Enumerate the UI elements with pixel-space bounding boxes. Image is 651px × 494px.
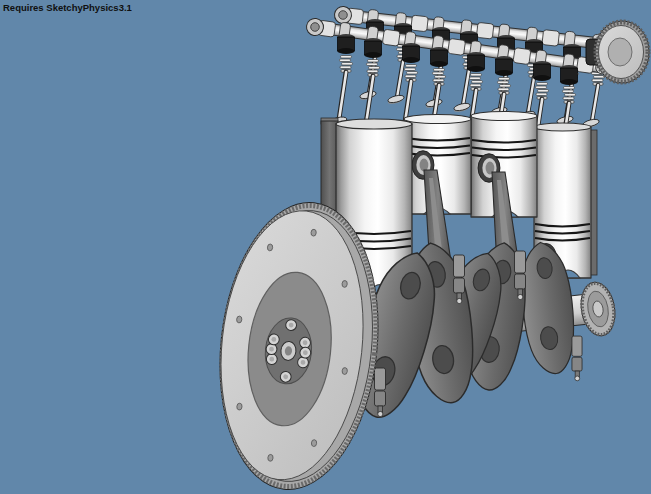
watermark-label: Requires SketchyPhysics3.1 [3, 2, 132, 13]
viewport-3d[interactable]: Requires SketchyPhysics3.1 [0, 0, 651, 494]
engine-model-render[interactable] [0, 0, 651, 494]
